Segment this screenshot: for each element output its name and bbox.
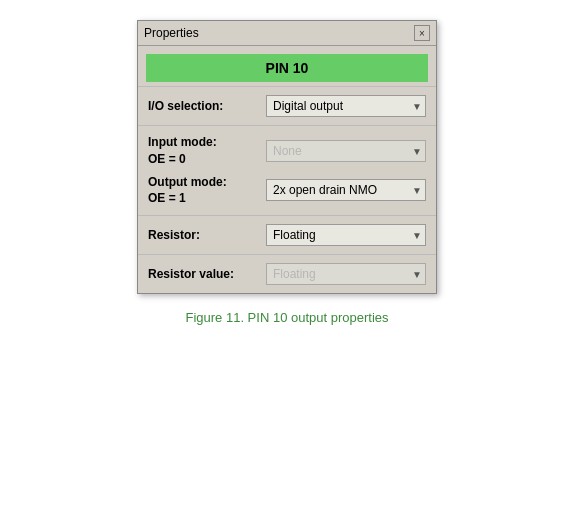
output-mode-row: Output mode: OE = 1 2x open drain NMO ▼ <box>148 174 426 208</box>
pin-header: PIN 10 <box>146 54 428 82</box>
resistor-label: Resistor: <box>148 228 200 242</box>
resistor-value-section: Resistor value: Floating ▼ <box>138 254 436 293</box>
output-mode-select-wrapper: 2x open drain NMO ▼ <box>266 179 426 201</box>
figure-caption: Figure 11. PIN 10 output properties <box>165 310 408 325</box>
io-select[interactable]: Digital output <box>266 95 426 117</box>
input-mode-label: Input mode: OE = 0 <box>148 134 217 168</box>
resistor-select[interactable]: Floating <box>266 224 426 246</box>
input-mode-select[interactable]: None <box>266 140 426 162</box>
io-label: I/O selection: <box>148 99 223 113</box>
resistor-select-wrapper: Floating ▼ <box>266 224 426 246</box>
resistor-section: Resistor: Floating ▼ <box>138 215 436 254</box>
properties-dialog: Properties × PIN 10 I/O selection: Digit… <box>137 20 437 294</box>
dialog-title: Properties <box>144 26 199 40</box>
close-button[interactable]: × <box>414 25 430 41</box>
output-mode-label: Output mode: OE = 1 <box>148 174 227 208</box>
io-section: I/O selection: Digital output ▼ <box>138 86 436 125</box>
mode-section: Input mode: OE = 0 None ▼ Output mode: O… <box>138 125 436 215</box>
input-mode-row: Input mode: OE = 0 None ▼ <box>148 134 426 168</box>
io-select-wrapper: Digital output ▼ <box>266 95 426 117</box>
output-mode-select[interactable]: 2x open drain NMO <box>266 179 426 201</box>
resistor-value-label: Resistor value: <box>148 267 234 281</box>
resistor-value-select-wrapper: Floating ▼ <box>266 263 426 285</box>
title-bar: Properties × <box>138 21 436 46</box>
input-mode-select-wrapper: None ▼ <box>266 140 426 162</box>
resistor-value-select[interactable]: Floating <box>266 263 426 285</box>
